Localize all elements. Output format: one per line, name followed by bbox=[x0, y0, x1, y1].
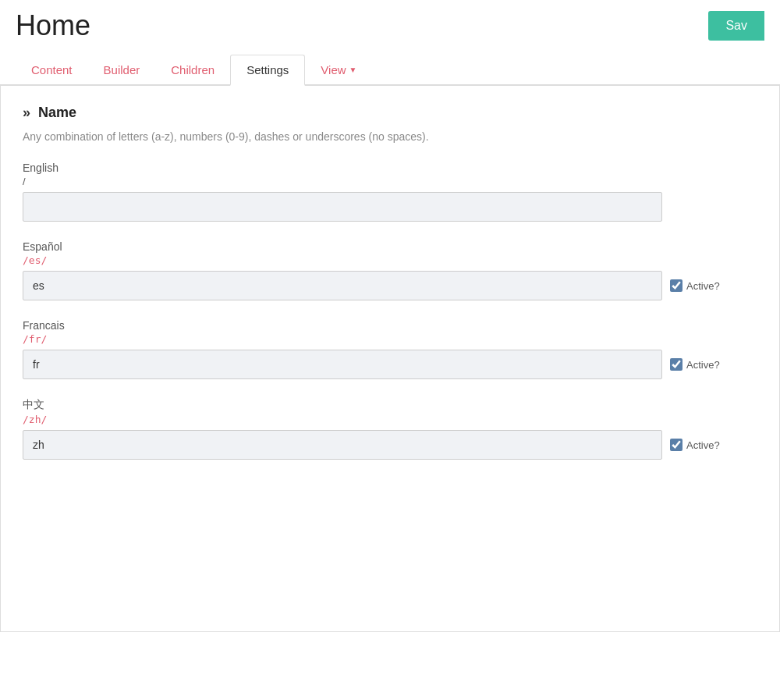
lang-path-english: / bbox=[23, 176, 757, 187]
active-text-espanol: Active? bbox=[686, 280, 720, 292]
chevron-down-icon: ▼ bbox=[349, 66, 357, 74]
field-row-chinese: Active? bbox=[23, 430, 757, 460]
active-checkbox-francais[interactable] bbox=[670, 358, 682, 371]
active-text-chinese: Active? bbox=[686, 439, 720, 451]
lang-label-english: English bbox=[23, 162, 757, 174]
tab-view[interactable]: View ▼ bbox=[305, 55, 372, 86]
active-text-francais: Active? bbox=[686, 359, 720, 371]
lang-path-francais: /fr/ bbox=[23, 333, 757, 345]
language-field-chinese: 中文 /zh/ Active? bbox=[23, 398, 757, 460]
lang-input-english[interactable] bbox=[23, 192, 662, 222]
tab-builder[interactable]: Builder bbox=[88, 55, 156, 86]
lang-input-chinese[interactable] bbox=[23, 430, 662, 460]
lang-path-chinese: /zh/ bbox=[23, 414, 757, 425]
tab-bar: Content Builder Children Settings View ▼ bbox=[0, 55, 780, 86]
active-label-francais[interactable]: Active? bbox=[670, 358, 720, 371]
field-row-espanol: Active? bbox=[23, 271, 757, 300]
tab-children[interactable]: Children bbox=[155, 55, 230, 86]
tab-view-label: View bbox=[321, 63, 346, 76]
section-title: Name bbox=[38, 105, 76, 121]
section-header: » Name bbox=[23, 105, 757, 121]
language-field-english: English / bbox=[23, 162, 757, 222]
lang-input-francais[interactable] bbox=[23, 350, 662, 379]
lang-label-francais: Francais bbox=[23, 319, 757, 332]
save-button[interactable]: Sav bbox=[708, 11, 764, 41]
lang-label-espanol: Español bbox=[23, 240, 757, 253]
page-header: Home Sav bbox=[0, 0, 780, 42]
active-checkbox-espanol[interactable] bbox=[670, 279, 682, 292]
tab-content[interactable]: Content bbox=[16, 55, 88, 86]
lang-input-espanol[interactable] bbox=[23, 271, 662, 300]
active-label-espanol[interactable]: Active? bbox=[670, 279, 720, 292]
lang-label-chinese: 中文 bbox=[23, 398, 757, 412]
section-description: Any combination of letters (a-z), number… bbox=[23, 130, 757, 143]
language-field-francais: Francais /fr/ Active? bbox=[23, 319, 757, 379]
field-row-english bbox=[23, 192, 757, 222]
chevrons-icon: » bbox=[23, 105, 30, 121]
page-title: Home bbox=[16, 9, 90, 42]
settings-panel: » Name Any combination of letters (a-z),… bbox=[0, 86, 780, 632]
tab-settings[interactable]: Settings bbox=[230, 55, 305, 86]
language-field-espanol: Español /es/ Active? bbox=[23, 240, 757, 300]
active-label-chinese[interactable]: Active? bbox=[670, 439, 720, 451]
active-checkbox-chinese[interactable] bbox=[670, 439, 682, 451]
lang-path-espanol: /es/ bbox=[23, 254, 757, 266]
field-row-francais: Active? bbox=[23, 350, 757, 379]
